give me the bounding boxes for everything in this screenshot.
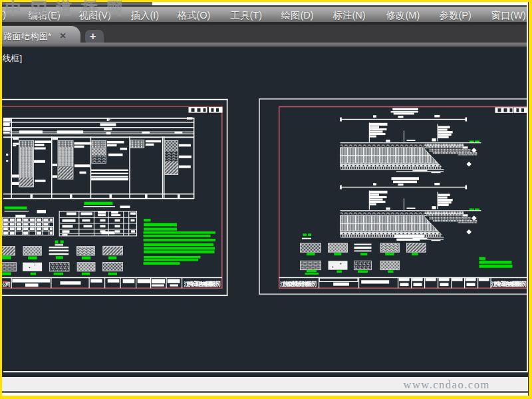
svg-text:江苏省交通规划设计院有限公司: 江苏省交通规划设计院有限公司	[279, 281, 317, 287]
svg-text:江苏中设工程咨询集团有限公司: 江苏中设工程咨询集团有限公司	[183, 280, 221, 287]
svg-text:江苏中设工程咨询集团有限公司: 江苏中设工程咨询集团有限公司	[490, 280, 527, 287]
